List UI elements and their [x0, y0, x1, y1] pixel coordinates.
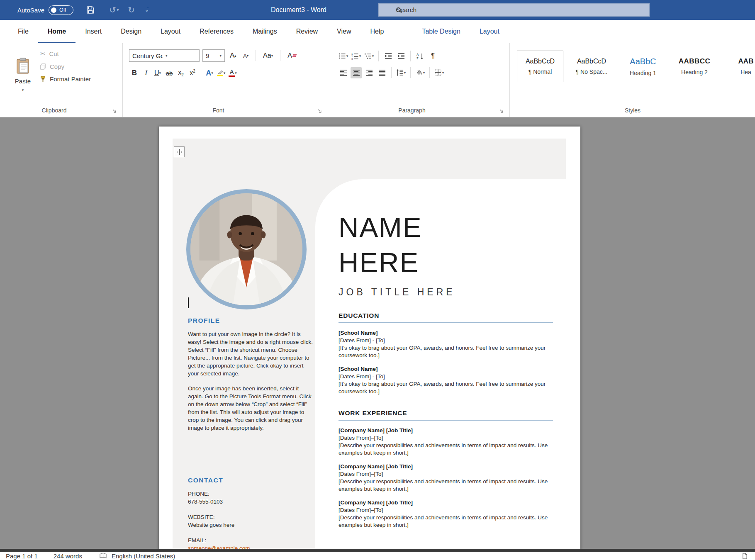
borders-button[interactable]: ▾: [434, 67, 445, 78]
increase-indent-button[interactable]: [395, 51, 407, 62]
bullets-dropdown-icon[interactable]: ▾: [346, 54, 348, 58]
style-no-spacing[interactable]: AaBbCcD ¶ No Spac...: [568, 51, 615, 82]
clipboard-dialog-launcher[interactable]: [112, 108, 117, 114]
style-normal[interactable]: AaBbCcD ¶ Normal: [517, 51, 563, 82]
word-count[interactable]: 244 words: [54, 553, 82, 560]
tab-file[interactable]: File: [8, 20, 38, 43]
search-box[interactable]: [378, 3, 650, 17]
work-entry: [Company Name] [Job Title] [Dates From]–…: [339, 427, 556, 457]
style-heading-1[interactable]: AaBbC Heading 1: [620, 51, 666, 82]
save-button[interactable]: [86, 5, 95, 15]
shading-button[interactable]: ▾: [414, 67, 426, 78]
tab-mailings[interactable]: Mailings: [243, 20, 287, 43]
tab-view[interactable]: View: [327, 20, 360, 43]
cut-label: Cut: [49, 50, 58, 57]
company-job-title: [Company Name] [Job Title]: [339, 427, 556, 434]
font-color-dropdown-icon[interactable]: ▾: [235, 71, 237, 75]
divider: [410, 67, 411, 78]
paste-dropdown-icon[interactable]: ▾: [22, 88, 24, 92]
undo-button[interactable]: ↺▾: [109, 6, 119, 14]
style-preview: AaBbCcD: [526, 58, 555, 65]
tab-table-layout[interactable]: Layout: [470, 20, 509, 43]
resume-main-column[interactable]: NAME HERE JOB TITLE HERE EDUCATION [Scho…: [339, 209, 558, 529]
subscript-button[interactable]: x2: [175, 67, 186, 79]
paragraph-dialog-launcher[interactable]: [499, 108, 504, 114]
font-dialog-launcher[interactable]: [317, 108, 323, 114]
paste-button[interactable]: Paste ▾: [9, 48, 37, 101]
multilevel-list-button[interactable]: ▾: [363, 51, 375, 62]
borders-dropdown-icon[interactable]: ▾: [442, 71, 444, 75]
page-indicator[interactable]: Page 1 of 1: [6, 553, 38, 560]
font-size-combo[interactable]: 9 ▾: [202, 49, 225, 62]
align-left-button[interactable]: [338, 67, 349, 78]
font-color-button[interactable]: A ▾: [227, 67, 238, 79]
profile-text[interactable]: Want to put your own image in the circle…: [188, 330, 313, 432]
decrease-indent-button[interactable]: [382, 51, 394, 62]
status-bar: Page 1 of 1 244 words English (United St…: [0, 552, 755, 560]
tab-references[interactable]: References: [190, 20, 243, 43]
grow-font-button[interactable]: A▴: [228, 50, 238, 61]
shading-dropdown-icon[interactable]: ▾: [423, 71, 425, 75]
profile-photo[interactable]: [186, 189, 307, 309]
change-case-button[interactable]: Aa▾: [261, 51, 275, 61]
shrink-font-button[interactable]: A▾: [241, 51, 251, 60]
highlight-color-button[interactable]: ▾: [216, 67, 226, 79]
text-effects-dropdown-icon[interactable]: ▾: [211, 71, 213, 75]
multilevel-dropdown-icon[interactable]: ▾: [372, 54, 374, 58]
view-shortcut-button[interactable]: [742, 553, 748, 559]
line-spacing-dropdown-icon[interactable]: ▾: [404, 71, 406, 75]
font-size-dropdown-icon[interactable]: ▾: [219, 54, 222, 58]
svg-text:A: A: [416, 53, 419, 56]
format-painter-button[interactable]: Format Painter: [40, 75, 91, 83]
tab-help[interactable]: Help: [360, 20, 393, 43]
tab-table-design[interactable]: Table Design: [412, 20, 470, 43]
align-right-button[interactable]: [363, 67, 375, 78]
bold-button[interactable]: B: [129, 67, 140, 79]
font-name-dropdown-icon[interactable]: ▾: [166, 54, 196, 58]
tab-layout[interactable]: Layout: [151, 20, 190, 43]
education-section: EDUCATION [School Name] [Dates From] - […: [339, 312, 558, 395]
redo-button[interactable]: ↻: [128, 6, 135, 14]
italic-button[interactable]: I: [141, 67, 151, 79]
tab-home[interactable]: Home: [38, 20, 76, 43]
education-entry: [School Name] [Dates From] - [To] [It’s …: [339, 329, 556, 359]
autosave-toggle[interactable]: Off: [49, 5, 73, 15]
justify-button[interactable]: [376, 67, 387, 78]
numbering-button[interactable]: 123 ▾: [351, 51, 362, 62]
tab-review[interactable]: Review: [287, 20, 327, 43]
paste-icon: [16, 58, 29, 74]
numbering-dropdown-icon[interactable]: ▾: [359, 54, 361, 58]
document-canvas[interactable]: PROFILE Want to put your own image in th…: [0, 117, 755, 549]
superscript-button[interactable]: x2: [187, 67, 198, 79]
text-effects-button[interactable]: A▾: [204, 67, 215, 79]
tab-design[interactable]: Design: [111, 20, 151, 43]
highlight-dropdown-icon[interactable]: ▾: [224, 71, 226, 75]
align-center-button[interactable]: [351, 67, 362, 78]
cut-button[interactable]: ✂ Cut: [40, 50, 91, 58]
customize-quick-access-button[interactable]: ⌄̄: [145, 7, 149, 13]
search-input[interactable]: [396, 6, 562, 14]
sort-button[interactable]: AZ: [414, 51, 426, 62]
strikethrough-button[interactable]: ab: [164, 67, 175, 79]
contact-list[interactable]: PHONE: 678-555-0103 WEBSITE: Website goe…: [188, 490, 250, 549]
styles-gallery: AaBbCcD ¶ Normal AaBbCcD ¶ No Spac... Aa…: [517, 51, 755, 82]
cut-icon: ✂: [40, 50, 45, 58]
undo-dropdown-icon[interactable]: ▾: [117, 8, 119, 12]
language-indicator[interactable]: English (United States): [100, 553, 175, 560]
tab-insert[interactable]: Insert: [76, 20, 111, 43]
underline-button[interactable]: U▾: [152, 67, 163, 79]
email-value: someone@example.com: [188, 544, 250, 549]
bullets-button[interactable]: ▾: [338, 51, 349, 62]
style-preview: AAB: [738, 57, 754, 66]
clear-formatting-button[interactable]: A: [285, 51, 298, 61]
underline-dropdown-icon[interactable]: ▾: [159, 71, 161, 75]
style-heading-2[interactable]: AABBCC Heading 2: [671, 51, 718, 82]
read-mode-icon: [742, 553, 748, 559]
style-heading-3[interactable]: AAB Hea: [723, 51, 755, 82]
document-page[interactable]: PROFILE Want to put your own image in th…: [159, 127, 580, 549]
table-move-handle[interactable]: [174, 146, 185, 157]
line-spacing-button[interactable]: ▾: [395, 67, 407, 78]
show-paragraph-marks-button[interactable]: ¶: [427, 51, 438, 62]
font-name-combo[interactable]: Century Gothic ▾: [129, 49, 200, 62]
copy-button[interactable]: Copy: [40, 63, 91, 70]
